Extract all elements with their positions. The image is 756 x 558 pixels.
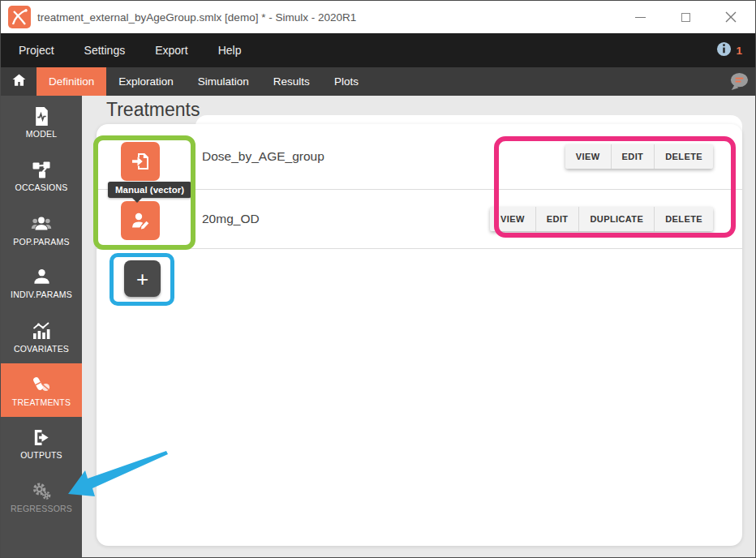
sidebar-item-outputs[interactable]: OUTPUTS [1, 417, 82, 470]
treatment-list: Dose_by_AGE_groupVIEWEDITDELETE20mg_ODVI… [97, 124, 742, 249]
treatment-actions: VIEWEDITDELETE [565, 144, 713, 169]
duplicate-button[interactable]: DUPLICATE [579, 207, 655, 231]
window-title: treatment_external_byAgeGroup.smlx [demo… [37, 11, 356, 24]
outputs-icon [32, 427, 52, 448]
minimize-button[interactable] [634, 11, 646, 24]
occasions-icon [32, 160, 52, 180]
sidebar-item-model[interactable]: MODEL [1, 96, 82, 149]
regressors-icon [32, 481, 52, 501]
sidebar-item-regressors[interactable]: REGRESSORS [1, 470, 82, 524]
sidebar-item-label: INDIV.PARAMS [11, 290, 72, 299]
add-row: + [97, 249, 742, 297]
treatments-icon [31, 374, 52, 395]
tabbar: DefinitionExplorationSimulationResultsPl… [1, 67, 755, 96]
treatment-actions: VIEWEDITDUPLICATEDELETE [490, 207, 713, 231]
tooltip-manual-vector: Manual (vector) [108, 182, 191, 198]
close-button[interactable] [724, 11, 737, 24]
pop-params-icon [31, 213, 52, 234]
home-tab[interactable] [1, 67, 37, 96]
info-icon [716, 41, 732, 60]
treatment-name: Dose_by_AGE_group [202, 149, 324, 164]
edit-button[interactable]: EDIT [536, 207, 580, 231]
info-count: 1 [736, 45, 742, 57]
sidebar-item-label: REGRESSORS [11, 504, 72, 513]
page-title: Treatments [106, 99, 200, 121]
content-area: Treatments Dose_by_AGE_groupVIEWEDITDELE… [82, 96, 755, 558]
menubar: ProjectSettingsExportHelp 1 [1, 33, 755, 67]
tab-list: DefinitionExplorationSimulationResultsPl… [37, 67, 371, 96]
delete-button[interactable]: DELETE [655, 207, 713, 231]
sidebar-item-label: POP.PARAMS [13, 237, 69, 247]
maximize-button[interactable] [679, 11, 692, 24]
window-controls [634, 11, 737, 24]
add-treatment-button[interactable]: + [124, 260, 161, 297]
simulx-window: treatment_external_byAgeGroup.smlx [demo… [0, 0, 756, 558]
sidebar-item-label: COVARIATES [14, 344, 69, 354]
chat-icon[interactable] [728, 67, 750, 96]
tab-results[interactable]: Results [261, 67, 322, 96]
sidebar-item-pop-params[interactable]: POP.PARAMS [1, 203, 82, 256]
indiv-params-icon [32, 267, 52, 287]
tab-definition[interactable]: Definition [37, 67, 106, 96]
simulx-logo-icon [8, 6, 31, 28]
menu-item-project[interactable]: Project [19, 44, 54, 57]
view-button[interactable]: VIEW [490, 207, 536, 231]
treatment-name: 20mg_OD [202, 212, 260, 226]
info-badge[interactable]: 1 [716, 41, 742, 60]
menu-item-export[interactable]: Export [155, 44, 187, 57]
delete-button[interactable]: DELETE [655, 144, 713, 169]
model-icon [32, 106, 52, 127]
sidebar-item-treatments[interactable]: TREATMENTS [1, 363, 82, 417]
app-body: MODELOCCASIONSPOP.PARAMSINDIV.PARAMSCOVA… [1, 96, 755, 558]
treatment-row: 20mg_ODVIEWEDITDUPLICATEDELETE [97, 190, 742, 249]
sidebar-item-occasions[interactable]: OCCASIONS [1, 149, 82, 203]
view-button[interactable]: VIEW [565, 144, 612, 169]
menu-items: ProjectSettingsExportHelp [1, 44, 241, 57]
menu-item-settings[interactable]: Settings [84, 44, 126, 57]
tab-simulation[interactable]: Simulation [186, 67, 261, 96]
edit-button[interactable]: EDIT [612, 144, 655, 169]
menu-item-help[interactable]: Help [218, 44, 242, 57]
sidebar-item-label: MODEL [26, 129, 57, 139]
sidebar-item-indiv-params[interactable]: INDIV.PARAMS [1, 256, 82, 310]
sidebar-item-covariates[interactable]: COVARIATES [1, 310, 82, 363]
titlebar: treatment_external_byAgeGroup.smlx [demo… [1, 1, 755, 33]
treatments-card: Dose_by_AGE_groupVIEWEDITDELETE20mg_ODVI… [97, 124, 742, 546]
file-import-icon[interactable] [121, 142, 160, 181]
sidebar-item-label: OUTPUTS [20, 450, 62, 460]
covariates-icon [31, 320, 52, 341]
sidebar: MODELOCCASIONSPOP.PARAMSINDIV.PARAMSCOVA… [1, 96, 82, 558]
sidebar-item-label: TREATMENTS [12, 397, 71, 407]
sidebar-item-label: OCCASIONS [15, 182, 68, 192]
tab-exploration[interactable]: Exploration [106, 67, 186, 96]
treatment-row: Dose_by_AGE_groupVIEWEDITDELETE [97, 124, 742, 190]
tab-plots[interactable]: Plots [322, 67, 371, 96]
home-icon [11, 72, 27, 91]
